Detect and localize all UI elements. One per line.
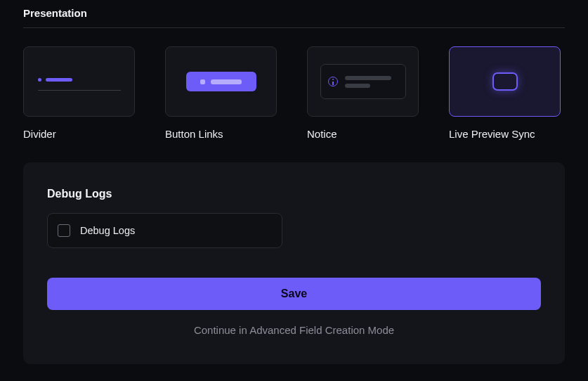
card-wrap-divider: Divider [23,46,135,140]
save-button[interactable]: Save [47,278,541,310]
card-wrap-notice: Notice [307,46,419,140]
notice-icon [320,64,406,99]
info-icon [328,77,338,86]
page-root: Presentation Divider Button Links [0,0,588,364]
advanced-mode-link[interactable]: Continue in Advanced Field Creation Mode [47,324,541,336]
card-button-links[interactable] [165,46,277,117]
card-wrap-button-links: Button Links [165,46,277,140]
card-label-divider: Divider [23,128,135,140]
card-label-live-preview-sync: Live Preview Sync [449,128,561,140]
live-preview-sync-icon [492,72,518,91]
card-notice[interactable] [307,46,419,117]
section-title: Presentation [23,0,565,28]
card-label-button-links: Button Links [165,128,277,140]
debug-logs-checkbox[interactable] [58,224,70,237]
card-divider[interactable] [23,46,135,117]
presentation-cards-row: Divider Button Links Notice [23,46,565,140]
divider-icon [38,73,121,91]
card-live-preview-sync[interactable] [449,46,561,117]
field-title: Debug Logs [47,188,541,200]
button-links-icon [186,72,256,91]
card-wrap-live-preview-sync: Live Preview Sync [449,46,561,140]
debug-logs-checkbox-field[interactable]: Debug Logs [47,213,282,248]
debug-logs-checkbox-label: Debug Logs [80,225,135,236]
form-panel: Debug Logs Debug Logs Save Continue in A… [23,162,565,364]
card-label-notice: Notice [307,128,419,140]
